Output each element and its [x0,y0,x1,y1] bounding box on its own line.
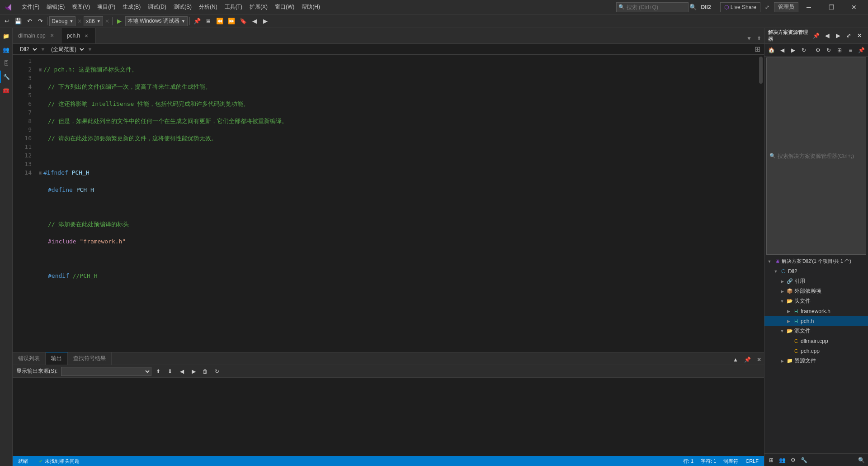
menu-help[interactable]: 帮助(H) [298,0,324,14]
status-ready[interactable]: 就绪 [16,458,30,465]
se-bottom-filter[interactable]: 🔍 [856,455,866,465]
se-search-box[interactable]: 🔍 [766,57,866,255]
tree-references[interactable]: ▶ 🔗 引用 [764,276,868,286]
menu-tools[interactable]: 工具(T) [221,0,246,14]
menu-analyze[interactable]: 分析(N) [195,0,221,14]
se-forward-btn[interactable]: ▶ [788,45,798,55]
live-share-button[interactable]: ⬡ Live Share [720,2,760,12]
toolbar-new[interactable]: ↩ [2,16,12,26]
menu-view[interactable]: 视图(V) [68,0,94,14]
output-refresh[interactable]: ↻ [212,366,222,376]
output-clear[interactable]: 🗑 [200,366,210,376]
editor-expand-btn[interactable]: ⊞ [755,45,760,53]
toolbar-save-all[interactable]: 💾 [13,16,24,26]
tree-resource-files[interactable]: ▶ 📁 资源文件 [764,356,868,366]
se-sync-btn[interactable]: ↻ [799,45,809,55]
minimize-button[interactable]: ─ [798,0,819,14]
output-scroll-up[interactable]: ⬆ [153,366,163,376]
output-pin[interactable]: 📌 [742,355,752,365]
tab-dllmain-close[interactable]: ✕ [48,32,56,39]
se-back-btn[interactable]: ◀ [777,45,787,55]
se-home-btn[interactable]: 🏠 [766,45,776,55]
tree-header-files[interactable]: ▼ 📂 头文件 [764,296,868,306]
restore-button[interactable]: ❐ [821,0,842,14]
output-source-select[interactable] [61,367,151,376]
toolbar-undo[interactable]: ↶ [24,16,34,26]
se-refresh-btn[interactable]: ↻ [824,45,834,55]
toolbar-pin[interactable]: 📌 [192,16,203,26]
tree-project-dll2[interactable]: ▼ ⬡ Dll2 [764,266,868,276]
toolbar-bookmark-prev[interactable]: ◀ [250,16,259,26]
editor-scrollbar[interactable] [758,55,764,352]
se-filter-btn[interactable]: ⚙ [813,45,823,55]
tab-error-list[interactable]: 错误列表 [13,352,46,365]
activity-team-explorer[interactable]: 👥 [0,43,13,56]
status-col[interactable]: 字符: 1 [699,458,718,465]
title-search-box[interactable]: 🔍 [616,2,689,12]
fold-icon-1[interactable]: ▣ [39,65,42,74]
se-collapse-btn[interactable]: ⊞ [835,45,844,55]
output-move-up[interactable]: ▲ [731,355,741,365]
status-line[interactable]: 行: 1 [681,458,695,465]
activity-server-explorer[interactable]: 🗄 [0,57,13,70]
activity-properties[interactable]: 🔧 [0,71,13,83]
status-issues[interactable]: ✔ 未找到相关问题 [37,458,81,465]
menu-debug[interactable]: 调试(D) [144,0,170,14]
se-bottom-btn-1[interactable]: ⊞ [766,455,776,465]
tab-dllmain[interactable]: dllmain.cpp ✕ [13,28,61,43]
menu-extensions[interactable]: 扩展(X) [246,0,271,14]
status-encoding[interactable]: CRLF [744,458,760,464]
se-bottom-btn-4[interactable]: 🔧 [799,455,809,465]
tree-external-deps[interactable]: ▶ 📦 外部依赖项 [764,286,868,296]
platform-dropdown[interactable]: x86 ▼ [84,16,103,26]
output-prev[interactable]: ◀ [177,366,187,376]
admin-button[interactable]: 管理员 [774,2,798,12]
activity-toolbox[interactable]: 🧰 [0,84,13,97]
live-share-extra-btn[interactable]: ⤢ [762,2,772,12]
tab-find-results[interactable]: 查找符号结果 [68,352,112,365]
tab-pch-close[interactable]: ✕ [83,32,90,39]
toolbar-redo[interactable]: ↷ [35,16,45,26]
tab-expand[interactable]: ⬆ [754,33,764,43]
menu-test[interactable]: 测试(S) [170,0,195,14]
tree-dllmain-cpp[interactable]: C dllmain.cpp [764,336,868,346]
se-bottom-btn-3[interactable]: ⚙ [788,455,798,465]
se-pin-btn[interactable]: 📌 [811,31,821,41]
scope-selector[interactable]: (全局范围) [47,46,85,53]
tree-pch-cpp[interactable]: C pch.cpp [764,346,868,356]
output-next[interactable]: ▶ [189,366,198,376]
se-nav-back[interactable]: ◀ [822,31,832,41]
debug-config-dropdown[interactable]: Debug ▼ [49,16,75,26]
toolbar-step-back[interactable]: ⏪ [214,16,225,26]
menu-build[interactable]: 生成(B) [119,0,144,14]
output-scroll-down[interactable]: ⬇ [165,366,175,376]
tab-scroll-right[interactable]: ▼ [744,33,754,43]
se-nav-forward[interactable]: ▶ [833,31,843,41]
scroll-thumb[interactable] [759,57,763,84]
run-config-dropdown[interactable]: 本地 Windows 调试器 ▼ [125,16,188,26]
tree-framework-h[interactable]: ▶ H framework.h [764,306,868,316]
menu-project[interactable]: 项目(P) [94,0,119,14]
toolbar-bookmark[interactable]: 🔖 [238,16,249,26]
se-search-input[interactable] [778,153,863,159]
se-settings-btn[interactable]: ≡ [845,45,855,55]
tree-source-files[interactable]: ▼ 📂 源文件 [764,326,868,336]
menu-window[interactable]: 窗口(W) [271,0,298,14]
menu-file[interactable]: 文件(F) [18,0,43,14]
toolbar-screen[interactable]: 🖥 [203,16,213,26]
file-selector[interactable]: Dll2 [16,46,38,53]
toolbar-step-over[interactable]: ⏩ [226,16,237,26]
se-pin2-btn[interactable]: 📌 [856,45,866,55]
code-content[interactable]: ▣// pch.h: 这是预编译标头文件。 // 下方列出的文件仅编译一次，提高… [35,55,758,352]
se-bottom-btn-2[interactable]: 👥 [777,455,787,465]
se-close-btn[interactable]: ✕ [854,31,864,41]
tab-output[interactable]: 输出 [46,352,68,365]
title-search-input[interactable] [627,4,681,10]
activity-solution-explorer[interactable]: 📁 [0,30,13,43]
close-button[interactable]: ✕ [844,0,864,14]
tree-solution[interactable]: ▼ ⊞ 解决方案'Dll2'(1 个项目/共 1 个) [764,257,868,266]
search-btn[interactable]: 🔍 [689,4,698,10]
menu-edit[interactable]: 编辑(E) [43,0,68,14]
se-move-btn[interactable]: ⤢ [844,31,854,41]
toolbar-bookmark-next[interactable]: ▶ [260,16,270,26]
